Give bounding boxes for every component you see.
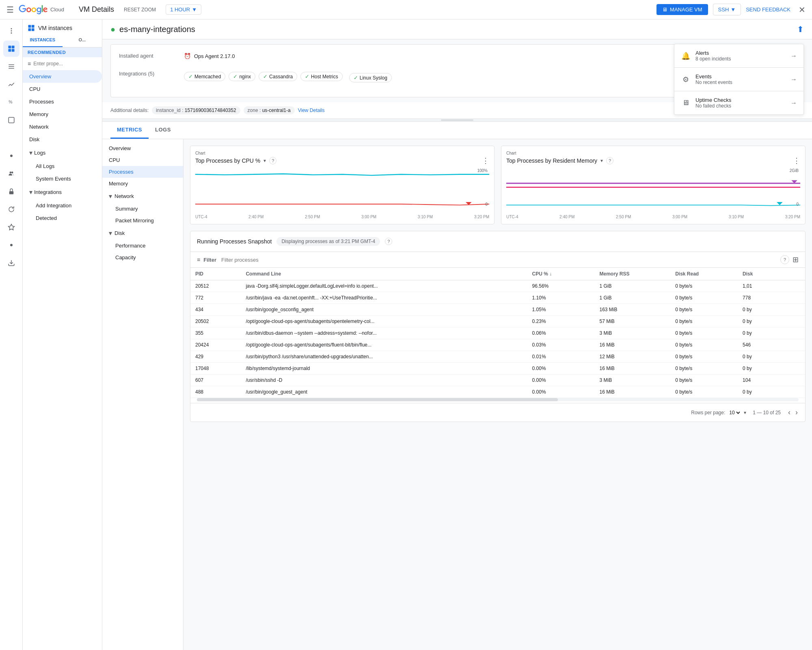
filter-input[interactable]: [33, 61, 97, 67]
cell-pid: 607: [190, 375, 241, 386]
sidebar-icon-chart[interactable]: [3, 76, 19, 93]
pagination: Rows per page: 10 25 50 ▾ 1 — 10 of 25 ‹…: [190, 403, 805, 422]
filter-row: ≡: [23, 57, 102, 70]
hamburger-icon[interactable]: ☰: [6, 5, 14, 15]
sidebar-icon-dots[interactable]: [3, 23, 19, 39]
tag-host-metrics: ✓ Host Metrics: [300, 72, 343, 81]
uptime-item[interactable]: 🖥 Uptime Checks No failed checks →: [674, 91, 803, 114]
nav-item-logs[interactable]: ▾ Logs: [23, 146, 102, 160]
tab-logs[interactable]: LOGS: [149, 122, 177, 139]
ssh-button[interactable]: SSH ▼: [713, 4, 741, 15]
nav-item-system-events[interactable]: System Events: [23, 172, 102, 185]
sidebar-icon-box[interactable]: [3, 112, 19, 128]
time-selector[interactable]: 1 HOUR ▼: [166, 4, 201, 15]
snapshot-title: Running Processes Snapshot: [197, 238, 272, 245]
rows-select[interactable]: 10 25 50: [728, 409, 741, 416]
nav-item-disk[interactable]: Disk: [23, 133, 102, 146]
svg-marker-15: [8, 224, 14, 230]
cell-dwrite: 546: [738, 339, 805, 351]
tab-other[interactable]: O...: [63, 33, 102, 47]
col-cpu[interactable]: CPU % ↓: [527, 268, 595, 280]
chart-mem-help-icon[interactable]: ?: [606, 157, 613, 164]
nav-item-all-logs[interactable]: All Logs: [23, 160, 102, 172]
columns-icon[interactable]: ⊞: [793, 255, 799, 264]
alerts-item[interactable]: 🔔 Alerts 8 open incidents →: [674, 44, 803, 68]
sidebar-icon-groups[interactable]: [3, 166, 19, 182]
sidebar-icon-download[interactable]: [3, 255, 19, 271]
chart-cpu-dropdown-icon[interactable]: ▾: [263, 158, 266, 164]
agent-label: Installed agent: [119, 53, 184, 59]
tree-summary[interactable]: Summary: [102, 203, 183, 215]
tree-overview[interactable]: Overview: [102, 142, 183, 154]
uptime-title: Uptime Checks: [695, 97, 786, 103]
processes-table: PID Command Line CPU % ↓ Memory RSS Disk…: [190, 268, 805, 398]
sidebar-icon-star[interactable]: [3, 219, 19, 235]
nav-item-add-integration[interactable]: Add Integration: [23, 199, 102, 212]
check-icon-3: ✓: [263, 73, 268, 80]
prev-page-button[interactable]: ‹: [787, 407, 791, 418]
col-mem: Memory RSS: [594, 268, 670, 280]
sidebar-icon-list[interactable]: [3, 58, 19, 75]
svg-point-1: [11, 30, 12, 32]
reset-zoom-btn[interactable]: RESET ZOOM: [121, 5, 159, 14]
alerts-title: Alerts: [695, 50, 786, 56]
nav-item-integrations[interactable]: ▾ Integrations: [23, 185, 102, 199]
filter-help-icon[interactable]: ?: [780, 255, 789, 264]
cell-pid: 17048: [190, 363, 241, 375]
events-sub: No recent events: [695, 80, 786, 85]
next-page-button[interactable]: ›: [795, 407, 799, 418]
time-value: 1 HOUR: [170, 6, 190, 13]
tree-capacity[interactable]: Capacity: [102, 252, 183, 263]
chart-mem-dropdown-icon[interactable]: ▾: [600, 158, 603, 164]
instance-id-chip: instance_id : 15716900361748403​52: [152, 106, 240, 114]
sidebar-icon-lock[interactable]: [3, 183, 19, 200]
page-info: 1 — 10 of 25: [753, 410, 781, 415]
manage-vm-button[interactable]: 🖥 MANAGE VM: [657, 4, 708, 15]
nav-item-overview[interactable]: Overview: [23, 70, 102, 83]
chart-mem-more-icon[interactable]: ⋮: [793, 156, 800, 165]
events-item[interactable]: ⚙ Events No recent events →: [674, 68, 803, 91]
nav-item-memory[interactable]: Memory: [23, 108, 102, 121]
agent-name: Ops Agent 2.17.0: [194, 53, 235, 59]
nav-item-processes[interactable]: Processes: [23, 95, 102, 108]
close-button[interactable]: ✕: [799, 5, 806, 15]
tab-instances[interactable]: INSTANCES: [23, 33, 63, 47]
tree-packet-mirroring[interactable]: Packet Mirroring: [102, 215, 183, 226]
chart-cpu-more-icon[interactable]: ⋮: [482, 156, 489, 165]
table-row: 20424 /opt/google-cloud-ops-agent/subage…: [190, 339, 805, 351]
nav-item-network[interactable]: Network: [23, 121, 102, 133]
svg-point-12: [9, 172, 11, 174]
tree-disk[interactable]: ▾ Disk: [102, 226, 183, 240]
table-row: 20512 java -Dorg.slf4j.simpleLogger.defa…: [190, 280, 805, 292]
nav-item-detected[interactable]: Detected: [23, 212, 102, 224]
tab-metrics[interactable]: METRICS: [110, 122, 149, 139]
tree-network[interactable]: ▾ Network: [102, 189, 183, 203]
snapshot-help-icon[interactable]: ?: [385, 238, 392, 245]
nav-item-cpu[interactable]: CPU: [23, 83, 102, 95]
horizontal-scrollbar[interactable]: [197, 398, 799, 401]
cell-mem: 57 MiB: [594, 316, 670, 327]
cell-mem: 16 MiB: [594, 386, 670, 398]
tree-performance[interactable]: Performance: [102, 240, 183, 252]
snapshot-chip: Displaying processes as of 3:21 PM GMT-4: [276, 237, 380, 246]
tag-memcached: ✓ Memcached: [184, 72, 225, 81]
alerts-content: Alerts 8 open incidents: [695, 50, 786, 62]
sidebar-icon-dot1[interactable]: [3, 148, 19, 164]
sidebar-icon-percent[interactable]: %: [3, 94, 19, 110]
sidebar-icon-cycle[interactable]: [3, 201, 19, 217]
expand-icon[interactable]: ⬆: [797, 25, 804, 34]
tree-memory[interactable]: Memory: [102, 178, 183, 189]
chart-cpu-help-icon[interactable]: ?: [269, 157, 276, 164]
page-nav: ‹ ›: [787, 407, 799, 418]
send-feedback-link[interactable]: SEND FEEDBACK: [746, 6, 790, 13]
view-details-link[interactable]: View Details: [298, 108, 325, 113]
chart-cpu-label: Chart: [195, 151, 489, 155]
tree-processes[interactable]: Processes: [102, 166, 183, 178]
cell-dwrite: 0 by: [738, 351, 805, 363]
sidebar-icon-instances[interactable]: [3, 41, 19, 57]
filter-processes-input[interactable]: [221, 257, 777, 263]
sidebar-icon-dot2[interactable]: [3, 237, 19, 253]
cell-mem: 16 MiB: [594, 339, 670, 351]
app-body: % VM instances INSTANCES O..: [0, 19, 812, 650]
tree-cpu[interactable]: CPU: [102, 154, 183, 166]
